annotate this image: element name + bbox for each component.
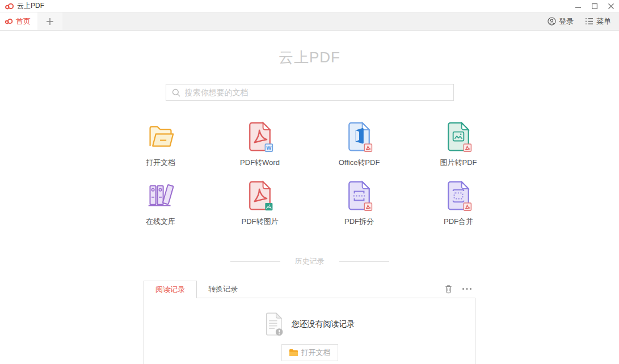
app-title: 云上PDF (17, 1, 44, 11)
feature-label: PDF转图片 (242, 217, 279, 227)
pdf-to-image-icon (246, 180, 274, 211)
menu-list-icon (585, 18, 593, 25)
search-box[interactable] (166, 84, 454, 101)
history-divider-label: 历史记录 (295, 256, 325, 266)
pdf-merge-icon (444, 180, 473, 211)
home-cloud-icon (5, 18, 13, 24)
open-document-button[interactable]: 打开文档 (281, 344, 338, 361)
word-badge-letter: W (266, 145, 271, 151)
open-document-button-label: 打开文档 (301, 348, 331, 358)
history-panel: 阅读记录 转换记录 (144, 280, 475, 364)
feature-open-document[interactable]: 打开文档 (111, 121, 210, 168)
minimize-button[interactable] (570, 0, 586, 12)
search-input[interactable] (185, 88, 448, 97)
tab-reading-history[interactable]: 阅读记录 (144, 281, 197, 298)
feature-pdf-split[interactable]: PDF拆分 (310, 180, 409, 227)
feature-online-library[interactable]: 在线文库 (111, 180, 210, 227)
online-library-icon (145, 180, 176, 211)
feature-label: PDF合并 (444, 217, 473, 227)
pdf-split-icon (345, 180, 373, 211)
delete-history-button[interactable] (444, 285, 453, 294)
pdf-to-word-icon: W (246, 121, 274, 152)
feature-grid: 打开文档 W PDF转Word (111, 121, 508, 239)
history-content: 您还没有阅读记录 打开文档 (144, 298, 475, 364)
office-to-pdf-icon (345, 121, 373, 152)
new-tab-button[interactable] (37, 12, 62, 30)
feature-label: PDF拆分 (344, 217, 374, 227)
feature-pdf-to-word[interactable]: W PDF转Word (210, 121, 310, 168)
title-bar: 云上PDF (0, 0, 619, 12)
more-options-icon[interactable] (462, 287, 472, 290)
maximize-button[interactable] (586, 0, 603, 12)
folder-icon (289, 349, 298, 357)
feature-office-to-pdf[interactable]: Office转PDF (310, 121, 409, 168)
history-divider: 历史记录 (0, 256, 619, 266)
feature-image-to-pdf[interactable]: 图片转PDF (409, 121, 508, 168)
feature-label: 在线文库 (146, 217, 175, 227)
open-folder-icon (146, 121, 175, 152)
tab-home[interactable]: 首页 (0, 12, 37, 30)
feature-pdf-merge[interactable]: PDF合并 (409, 180, 508, 227)
search-icon (172, 88, 180, 97)
empty-state-text: 您还没有阅读记录 (292, 319, 355, 329)
tab-home-label: 首页 (16, 16, 31, 27)
image-to-pdf-icon (444, 121, 473, 152)
page-title: 云上PDF (0, 48, 619, 67)
tab-bar: 首页 登录 菜单 (0, 12, 619, 31)
main-area: 云上PDF 打开文档 (0, 48, 619, 364)
divider-line (339, 261, 389, 262)
empty-document-icon (264, 312, 285, 337)
login-label: 登录 (559, 16, 574, 27)
menu-button[interactable]: 菜单 (585, 16, 611, 27)
feature-label: 图片转PDF (440, 158, 477, 168)
tab-conversion-history[interactable]: 转换记录 (197, 281, 249, 298)
login-button[interactable]: 登录 (548, 16, 574, 27)
history-tabs: 阅读记录 转换记录 (144, 280, 475, 298)
close-button[interactable] (603, 0, 619, 12)
feature-label: 打开文档 (146, 158, 175, 168)
feature-label: Office转PDF (339, 158, 380, 168)
feature-label: PDF转Word (240, 158, 280, 168)
menu-label: 菜单 (596, 16, 611, 27)
divider-line (230, 261, 280, 262)
feature-pdf-to-image[interactable]: PDF转图片 (210, 180, 310, 227)
user-icon (548, 17, 556, 26)
app-logo-cloud-icon (5, 3, 14, 10)
